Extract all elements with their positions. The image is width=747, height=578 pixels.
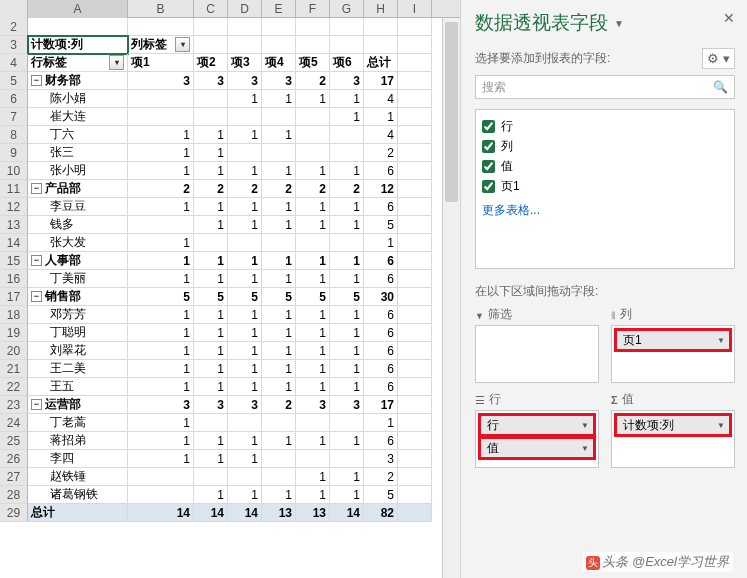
row-label[interactable]: 陈小娟 bbox=[28, 90, 128, 108]
value-cell[interactable]: 3 bbox=[228, 396, 262, 414]
value-cell[interactable]: 1 bbox=[262, 252, 296, 270]
value-cell[interactable]: 1 bbox=[128, 432, 194, 450]
select-all-corner[interactable] bbox=[0, 0, 28, 18]
value-cell[interactable]: 1 bbox=[296, 198, 330, 216]
cell[interactable] bbox=[398, 306, 432, 324]
value-cell[interactable]: 1 bbox=[228, 126, 262, 144]
cell[interactable] bbox=[398, 432, 432, 450]
value-cell[interactable]: 1 bbox=[330, 216, 364, 234]
field-checkbox[interactable] bbox=[482, 120, 495, 133]
value-cell[interactable]: 1 bbox=[128, 306, 194, 324]
value-cell[interactable] bbox=[228, 234, 262, 252]
value-cell[interactable]: 1 bbox=[296, 90, 330, 108]
cell[interactable] bbox=[262, 36, 296, 54]
row-header-2[interactable]: 2 bbox=[0, 18, 28, 36]
value-cell[interactable]: 5 bbox=[364, 216, 398, 234]
row-header-5[interactable]: 5 bbox=[0, 72, 28, 90]
cell[interactable] bbox=[228, 36, 262, 54]
value-cell[interactable]: 3 bbox=[228, 72, 262, 90]
value-cell[interactable]: 1 bbox=[228, 270, 262, 288]
row-labels-dropdown[interactable]: ▾ bbox=[109, 55, 124, 70]
value-cell[interactable]: 1 bbox=[330, 270, 364, 288]
value-cell[interactable] bbox=[330, 414, 364, 432]
spreadsheet[interactable]: ABCDEFGHI 23计数项:列列标签▾4行标签▾项1项2项3项4项5项6总计… bbox=[0, 0, 460, 578]
cell[interactable] bbox=[398, 504, 432, 522]
value-cell[interactable]: 17 bbox=[364, 396, 398, 414]
cell[interactable] bbox=[398, 378, 432, 396]
value-cell[interactable]: 1 bbox=[228, 324, 262, 342]
cell[interactable] bbox=[398, 144, 432, 162]
search-input[interactable]: 搜索 🔍 bbox=[475, 75, 735, 99]
value-cell[interactable] bbox=[128, 90, 194, 108]
value-cell[interactable]: 1 bbox=[262, 324, 296, 342]
row-label[interactable]: 刘翠花 bbox=[28, 342, 128, 360]
row-label[interactable]: 李豆豆 bbox=[28, 198, 128, 216]
chevron-down-icon[interactable]: ▼ bbox=[717, 421, 725, 430]
column-header-B[interactable]: B bbox=[128, 0, 194, 18]
value-cell[interactable]: 1 bbox=[330, 360, 364, 378]
value-cell[interactable] bbox=[330, 144, 364, 162]
row-header-25[interactable]: 25 bbox=[0, 432, 28, 450]
value-cell[interactable]: 3 bbox=[194, 396, 228, 414]
value-cell[interactable]: 1 bbox=[262, 486, 296, 504]
value-cell[interactable]: 1 bbox=[128, 342, 194, 360]
cell[interactable] bbox=[398, 36, 432, 54]
value-cell[interactable]: 1 bbox=[228, 198, 262, 216]
cell[interactable] bbox=[228, 18, 262, 36]
value-cell[interactable]: 3 bbox=[128, 72, 194, 90]
value-cell[interactable]: 1 bbox=[194, 342, 228, 360]
value-cell[interactable]: 1 bbox=[228, 216, 262, 234]
cell[interactable] bbox=[194, 18, 228, 36]
cell[interactable] bbox=[296, 18, 330, 36]
cell[interactable] bbox=[398, 162, 432, 180]
value-cell[interactable]: 3 bbox=[262, 72, 296, 90]
value-cell[interactable]: 5 bbox=[296, 288, 330, 306]
value-cell[interactable]: 1 bbox=[330, 324, 364, 342]
cell[interactable] bbox=[398, 216, 432, 234]
row-label[interactable]: 赵铁锤 bbox=[28, 468, 128, 486]
value-cell[interactable]: 1 bbox=[296, 162, 330, 180]
value-cell[interactable]: 1 bbox=[330, 252, 364, 270]
cell[interactable] bbox=[398, 288, 432, 306]
value-cell[interactable] bbox=[128, 216, 194, 234]
area-columns-body[interactable]: 页1▼ bbox=[611, 325, 735, 383]
col-labels-dropdown[interactable]: ▾ bbox=[175, 37, 190, 52]
row-header-19[interactable]: 19 bbox=[0, 324, 28, 342]
row-header-14[interactable]: 14 bbox=[0, 234, 28, 252]
value-cell[interactable]: 2 bbox=[194, 180, 228, 198]
column-labels-cell[interactable]: 列标签▾ bbox=[128, 36, 194, 54]
cell[interactable] bbox=[398, 468, 432, 486]
chevron-down-icon[interactable]: ▼ bbox=[614, 18, 624, 29]
pill-行[interactable]: 行▼ bbox=[480, 415, 594, 435]
value-cell[interactable]: 1 bbox=[296, 252, 330, 270]
value-cell[interactable]: 1 bbox=[128, 198, 194, 216]
value-cell[interactable] bbox=[262, 108, 296, 126]
cell[interactable] bbox=[398, 270, 432, 288]
area-filter-body[interactable] bbox=[475, 325, 599, 383]
row-header-24[interactable]: 24 bbox=[0, 414, 28, 432]
value-cell[interactable]: 3 bbox=[330, 72, 364, 90]
value-cell[interactable] bbox=[262, 468, 296, 486]
value-cell[interactable]: 2 bbox=[330, 180, 364, 198]
col-header-项1[interactable]: 项1 bbox=[128, 54, 194, 72]
value-cell[interactable] bbox=[228, 144, 262, 162]
row-header-12[interactable]: 12 bbox=[0, 198, 28, 216]
value-cell[interactable]: 1 bbox=[228, 486, 262, 504]
row-label[interactable]: 王五 bbox=[28, 378, 128, 396]
value-cell[interactable]: 2 bbox=[128, 180, 194, 198]
row-header-11[interactable]: 11 bbox=[0, 180, 28, 198]
value-cell[interactable]: 2 bbox=[296, 180, 330, 198]
value-cell[interactable]: 5 bbox=[330, 288, 364, 306]
value-cell[interactable]: 3 bbox=[194, 72, 228, 90]
col-header-项5[interactable]: 项5 bbox=[296, 54, 330, 72]
value-cell[interactable]: 1 bbox=[128, 360, 194, 378]
cell[interactable] bbox=[398, 324, 432, 342]
value-cell[interactable]: 1 bbox=[228, 342, 262, 360]
more-tables-link[interactable]: 更多表格... bbox=[482, 202, 728, 219]
value-cell[interactable] bbox=[128, 468, 194, 486]
value-cell[interactable]: 1 bbox=[194, 432, 228, 450]
value-cell[interactable] bbox=[262, 234, 296, 252]
value-cell[interactable]: 1 bbox=[194, 252, 228, 270]
grand-total-value[interactable]: 82 bbox=[364, 504, 398, 522]
field-checkbox[interactable] bbox=[482, 160, 495, 173]
